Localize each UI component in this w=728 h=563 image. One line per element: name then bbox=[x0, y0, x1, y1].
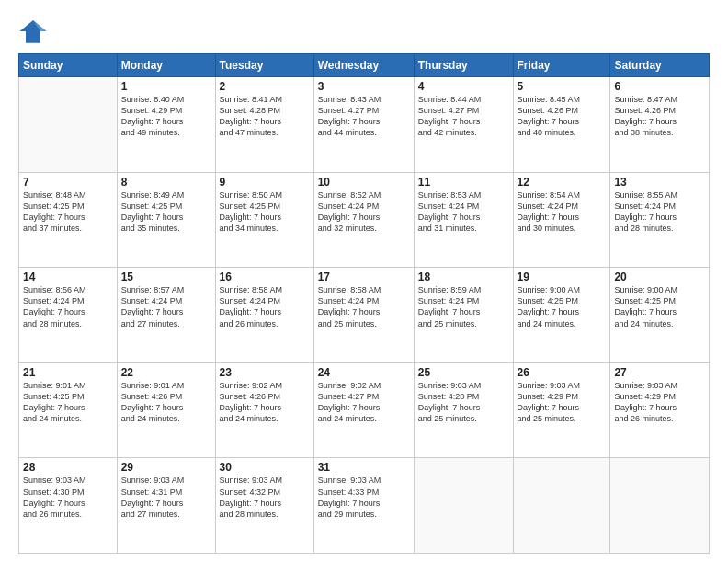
cell-info: Sunrise: 8:45 AM Sunset: 4:26 PM Dayligh… bbox=[518, 94, 607, 139]
calendar-cell: 11Sunrise: 8:53 AM Sunset: 4:24 PM Dayli… bbox=[414, 172, 513, 268]
logo-icon bbox=[18, 17, 48, 46]
calendar-day-header: Friday bbox=[513, 54, 610, 77]
day-number: 20 bbox=[614, 270, 705, 283]
day-number: 23 bbox=[220, 366, 310, 379]
day-number: 19 bbox=[518, 270, 607, 283]
calendar-cell bbox=[414, 458, 513, 554]
cell-info: Sunrise: 9:03 AM Sunset: 4:32 PM Dayligh… bbox=[220, 475, 310, 520]
day-number: 4 bbox=[418, 80, 509, 93]
cell-info: Sunrise: 8:55 AM Sunset: 4:24 PM Dayligh… bbox=[614, 190, 705, 235]
calendar-cell: 31Sunrise: 9:03 AM Sunset: 4:33 PM Dayli… bbox=[313, 458, 414, 554]
calendar-cell: 27Sunrise: 9:03 AM Sunset: 4:29 PM Dayli… bbox=[610, 362, 710, 458]
cell-info: Sunrise: 9:02 AM Sunset: 4:27 PM Dayligh… bbox=[318, 380, 410, 425]
day-number: 6 bbox=[614, 80, 705, 93]
cell-info: Sunrise: 9:00 AM Sunset: 4:25 PM Dayligh… bbox=[614, 284, 705, 329]
cell-info: Sunrise: 8:53 AM Sunset: 4:24 PM Dayligh… bbox=[418, 190, 509, 235]
calendar-week-row: 21Sunrise: 9:01 AM Sunset: 4:25 PM Dayli… bbox=[19, 362, 710, 458]
svg-marker-0 bbox=[20, 20, 47, 43]
calendar-cell: 1Sunrise: 8:40 AM Sunset: 4:29 PM Daylig… bbox=[117, 77, 215, 173]
calendar-cell: 8Sunrise: 8:49 AM Sunset: 4:25 PM Daylig… bbox=[117, 172, 215, 268]
day-number: 16 bbox=[220, 270, 310, 283]
calendar-cell: 21Sunrise: 9:01 AM Sunset: 4:25 PM Dayli… bbox=[19, 362, 118, 458]
cell-info: Sunrise: 8:43 AM Sunset: 4:27 PM Dayligh… bbox=[318, 94, 410, 139]
day-number: 2 bbox=[220, 80, 310, 93]
cell-info: Sunrise: 9:01 AM Sunset: 4:26 PM Dayligh… bbox=[121, 380, 211, 425]
calendar-cell: 7Sunrise: 8:48 AM Sunset: 4:25 PM Daylig… bbox=[19, 172, 118, 268]
cell-info: Sunrise: 8:44 AM Sunset: 4:27 PM Dayligh… bbox=[418, 94, 509, 139]
day-number: 12 bbox=[518, 176, 607, 189]
day-number: 31 bbox=[318, 461, 410, 474]
cell-info: Sunrise: 9:00 AM Sunset: 4:25 PM Dayligh… bbox=[518, 284, 607, 329]
calendar-week-row: 14Sunrise: 8:56 AM Sunset: 4:24 PM Dayli… bbox=[19, 268, 710, 363]
calendar-cell: 14Sunrise: 8:56 AM Sunset: 4:24 PM Dayli… bbox=[19, 268, 118, 363]
calendar-cell: 18Sunrise: 8:59 AM Sunset: 4:24 PM Dayli… bbox=[414, 268, 513, 363]
cell-info: Sunrise: 8:41 AM Sunset: 4:28 PM Dayligh… bbox=[220, 94, 310, 139]
cell-info: Sunrise: 8:58 AM Sunset: 4:24 PM Dayligh… bbox=[220, 284, 310, 329]
day-number: 30 bbox=[220, 461, 310, 474]
day-number: 11 bbox=[418, 176, 509, 189]
day-number: 21 bbox=[23, 366, 113, 379]
calendar-cell: 5Sunrise: 8:45 AM Sunset: 4:26 PM Daylig… bbox=[513, 77, 610, 173]
calendar-cell: 3Sunrise: 8:43 AM Sunset: 4:27 PM Daylig… bbox=[313, 77, 414, 173]
day-number: 8 bbox=[121, 176, 211, 189]
logo bbox=[18, 17, 53, 46]
calendar-cell: 16Sunrise: 8:58 AM Sunset: 4:24 PM Dayli… bbox=[215, 268, 313, 363]
day-number: 14 bbox=[23, 270, 113, 283]
calendar-cell: 22Sunrise: 9:01 AM Sunset: 4:26 PM Dayli… bbox=[117, 362, 215, 458]
cell-info: Sunrise: 8:57 AM Sunset: 4:24 PM Dayligh… bbox=[121, 284, 211, 329]
cell-info: Sunrise: 8:50 AM Sunset: 4:25 PM Dayligh… bbox=[220, 190, 310, 235]
cell-info: Sunrise: 9:01 AM Sunset: 4:25 PM Dayligh… bbox=[23, 380, 113, 425]
cell-info: Sunrise: 8:54 AM Sunset: 4:24 PM Dayligh… bbox=[518, 190, 607, 235]
day-number: 5 bbox=[518, 80, 607, 93]
calendar-cell: 29Sunrise: 9:03 AM Sunset: 4:31 PM Dayli… bbox=[117, 458, 215, 554]
calendar-cell bbox=[19, 77, 118, 173]
day-number: 10 bbox=[318, 176, 410, 189]
calendar-cell: 13Sunrise: 8:55 AM Sunset: 4:24 PM Dayli… bbox=[610, 172, 710, 268]
calendar-cell: 30Sunrise: 9:03 AM Sunset: 4:32 PM Dayli… bbox=[215, 458, 313, 554]
day-number: 27 bbox=[614, 366, 705, 379]
cell-info: Sunrise: 9:03 AM Sunset: 4:33 PM Dayligh… bbox=[318, 475, 410, 520]
day-number: 18 bbox=[418, 270, 509, 283]
calendar-cell: 6Sunrise: 8:47 AM Sunset: 4:26 PM Daylig… bbox=[610, 77, 710, 173]
calendar-cell: 28Sunrise: 9:03 AM Sunset: 4:30 PM Dayli… bbox=[19, 458, 118, 554]
cell-info: Sunrise: 8:47 AM Sunset: 4:26 PM Dayligh… bbox=[614, 94, 705, 139]
day-number: 24 bbox=[318, 366, 410, 379]
day-number: 15 bbox=[121, 270, 211, 283]
cell-info: Sunrise: 9:03 AM Sunset: 4:29 PM Dayligh… bbox=[614, 380, 705, 425]
calendar-day-header: Wednesday bbox=[313, 54, 414, 77]
calendar-cell: 2Sunrise: 8:41 AM Sunset: 4:28 PM Daylig… bbox=[215, 77, 313, 173]
calendar-day-header: Tuesday bbox=[215, 54, 313, 77]
day-number: 17 bbox=[318, 270, 410, 283]
calendar-cell: 17Sunrise: 8:58 AM Sunset: 4:24 PM Dayli… bbox=[313, 268, 414, 363]
cell-info: Sunrise: 8:48 AM Sunset: 4:25 PM Dayligh… bbox=[23, 190, 113, 235]
calendar-cell: 9Sunrise: 8:50 AM Sunset: 4:25 PM Daylig… bbox=[215, 172, 313, 268]
day-number: 26 bbox=[518, 366, 607, 379]
calendar-cell: 24Sunrise: 9:02 AM Sunset: 4:27 PM Dayli… bbox=[313, 362, 414, 458]
calendar-cell: 26Sunrise: 9:03 AM Sunset: 4:29 PM Dayli… bbox=[513, 362, 610, 458]
day-number: 25 bbox=[418, 366, 509, 379]
day-number: 28 bbox=[23, 461, 113, 474]
calendar-cell bbox=[610, 458, 710, 554]
cell-info: Sunrise: 8:56 AM Sunset: 4:24 PM Dayligh… bbox=[23, 284, 113, 329]
calendar-cell: 20Sunrise: 9:00 AM Sunset: 4:25 PM Dayli… bbox=[610, 268, 710, 363]
calendar-cell: 12Sunrise: 8:54 AM Sunset: 4:24 PM Dayli… bbox=[513, 172, 610, 268]
calendar-cell bbox=[513, 458, 610, 554]
cell-info: Sunrise: 8:40 AM Sunset: 4:29 PM Dayligh… bbox=[121, 94, 211, 139]
calendar-cell: 4Sunrise: 8:44 AM Sunset: 4:27 PM Daylig… bbox=[414, 77, 513, 173]
day-number: 29 bbox=[121, 461, 211, 474]
calendar-week-row: 1Sunrise: 8:40 AM Sunset: 4:29 PM Daylig… bbox=[19, 77, 710, 173]
calendar-week-row: 28Sunrise: 9:03 AM Sunset: 4:30 PM Dayli… bbox=[19, 458, 710, 554]
cell-info: Sunrise: 9:03 AM Sunset: 4:29 PM Dayligh… bbox=[518, 380, 607, 425]
calendar-day-header: Saturday bbox=[610, 54, 710, 77]
day-number: 1 bbox=[121, 80, 211, 93]
day-number: 13 bbox=[614, 176, 705, 189]
day-number: 7 bbox=[23, 176, 113, 189]
calendar-day-header: Monday bbox=[117, 54, 215, 77]
day-number: 3 bbox=[318, 80, 410, 93]
cell-info: Sunrise: 9:02 AM Sunset: 4:26 PM Dayligh… bbox=[220, 380, 310, 425]
cell-info: Sunrise: 8:59 AM Sunset: 4:24 PM Dayligh… bbox=[418, 284, 509, 329]
day-number: 9 bbox=[220, 176, 310, 189]
cell-info: Sunrise: 8:49 AM Sunset: 4:25 PM Dayligh… bbox=[121, 190, 211, 235]
header bbox=[18, 17, 710, 46]
calendar-cell: 19Sunrise: 9:00 AM Sunset: 4:25 PM Dayli… bbox=[513, 268, 610, 363]
